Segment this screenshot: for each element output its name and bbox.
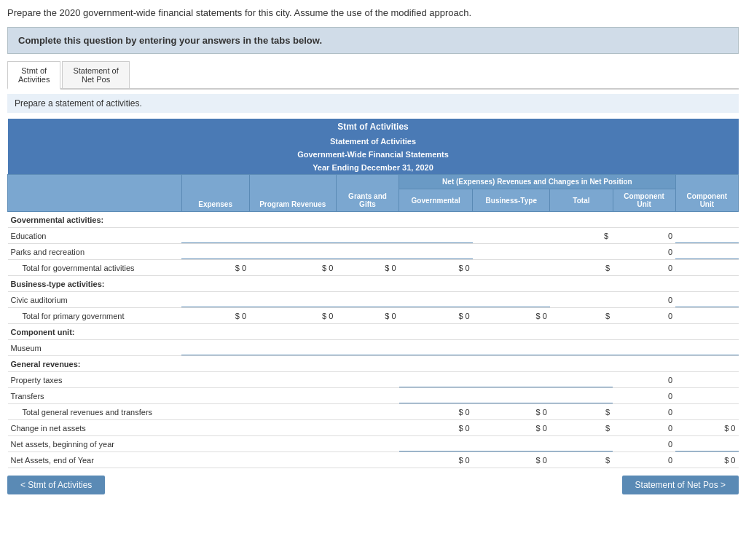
civic-biz-input[interactable] — [473, 293, 550, 307]
cell-empty — [181, 276, 249, 292]
property-taxes-gov-input[interactable] — [399, 373, 473, 387]
cell-empty — [336, 436, 398, 452]
cell-empty — [181, 372, 249, 388]
parks-comp-cell — [675, 244, 738, 260]
civic-comp-cell — [675, 292, 738, 308]
cell-empty — [675, 260, 738, 276]
cell-empty — [473, 276, 550, 292]
parks-comp-input[interactable] — [675, 245, 738, 259]
civic-gov-cell — [399, 292, 473, 308]
education-comp-input[interactable] — [675, 229, 738, 243]
cell-empty — [249, 436, 336, 452]
begin-comp-input[interactable] — [675, 437, 738, 451]
education-total-dollar: $ — [550, 228, 613, 244]
total-gov-program: $ 0 — [249, 260, 336, 276]
total-primary-biz: $ 0 — [473, 308, 550, 324]
col-grants: Grants and Gifts — [336, 175, 398, 212]
civic-program-revenues-input[interactable] — [249, 293, 336, 307]
header-col-span-row: Expenses Program Revenues Grants and Gif… — [8, 175, 739, 189]
row-education: Education $ 0 — [8, 228, 739, 244]
education-grants-input[interactable] — [336, 229, 398, 243]
begin-total-cell — [550, 436, 613, 452]
museum-expenses-cell — [181, 340, 249, 356]
dollar-sign: $ — [536, 456, 541, 465]
transfers-biz-input[interactable] — [473, 389, 550, 403]
property-taxes-total-input[interactable] — [550, 373, 613, 387]
dollar-sign: $ — [458, 424, 463, 433]
begin-biz-input[interactable] — [473, 437, 550, 451]
row-change-net-assets: Change in net assets $ 0 $ 0 $ 0 $ 0 — [8, 420, 739, 436]
cell-empty — [399, 212, 473, 228]
civic-gov-input[interactable] — [399, 293, 473, 307]
property-taxes-biz-input[interactable] — [473, 373, 550, 387]
label-parks: Parks and recreation — [8, 244, 182, 260]
total-gov-total-dollar: $ — [550, 260, 613, 276]
total-general-biz: $ 0 — [473, 404, 550, 420]
parks-grants-input[interactable] — [336, 245, 398, 259]
civic-expenses-input[interactable] — [181, 293, 249, 307]
transfers-total-input[interactable] — [550, 389, 613, 403]
museum-total2-cell — [613, 340, 675, 356]
total-gov-gov: $ 0 — [399, 260, 473, 276]
total-primary-program: $ 0 — [249, 308, 336, 324]
header-row-4: Year Ending December 31, 2020 — [8, 161, 739, 175]
dollar-sign: $ — [458, 264, 463, 272]
parks-expenses-input[interactable] — [181, 245, 249, 259]
begin-biz-cell — [473, 436, 550, 452]
civic-comp-input[interactable] — [675, 293, 738, 307]
cell-empty — [675, 276, 738, 292]
prev-button[interactable]: < Stmt of Activities — [7, 476, 105, 494]
total-primary-total-dollar: $ — [550, 308, 613, 324]
label-business-type: Business-type activities: — [8, 276, 182, 292]
cell-empty — [550, 292, 613, 308]
dollar-sign: $ — [458, 408, 463, 417]
end-comp: $ 0 — [675, 452, 738, 468]
cell-empty — [675, 212, 738, 228]
education-program-revenues-input[interactable] — [249, 229, 336, 243]
col-net-expenses-header: Net (Expenses) Revenues and Changes in N… — [399, 175, 676, 189]
museum-grants-input[interactable] — [336, 341, 398, 355]
parks-gov-cell — [399, 244, 473, 260]
museum-expenses-input[interactable] — [181, 341, 249, 355]
cell-empty — [550, 212, 613, 228]
cell-empty — [613, 212, 675, 228]
col-total: Total — [550, 189, 613, 212]
row-total-primary: Total for primary government $ 0 $ 0 $ 0… — [8, 308, 739, 324]
property-taxes-gov-cell — [399, 372, 473, 388]
transfers-gov-input[interactable] — [399, 389, 473, 403]
museum-total2-input[interactable] — [613, 341, 675, 355]
cell-empty — [550, 276, 613, 292]
education-gov-input[interactable] — [399, 229, 473, 243]
begin-gov-input[interactable] — [399, 437, 473, 451]
col-empty — [8, 175, 182, 212]
dollar-sign: $ — [536, 312, 541, 320]
dollar-sign: $ — [724, 424, 729, 433]
dollar-sign: $ — [458, 456, 463, 465]
sub-instruction: Prepare a statement of activities. — [7, 94, 739, 113]
dollar-sign: $ — [605, 312, 610, 320]
parks-gov-input[interactable] — [399, 245, 473, 259]
change-total-val: 0 — [613, 420, 675, 436]
change-total-dollar: $ — [550, 420, 613, 436]
label-change-net-assets: Change in net assets — [8, 420, 182, 436]
next-button[interactable]: Statement of Net Pos > — [622, 476, 739, 494]
education-expenses-input[interactable] — [181, 229, 249, 243]
museum-program-revenues-input[interactable] — [249, 341, 336, 355]
total-primary-grants: $ 0 — [336, 308, 398, 324]
cell-empty — [181, 404, 249, 420]
museum-total-input[interactable] — [550, 341, 613, 355]
cell-empty — [473, 228, 550, 244]
tab-stmt-activities[interactable]: Stmt of Activities — [7, 61, 60, 90]
cell-empty — [181, 388, 249, 404]
parks-program-revenues-input[interactable] — [249, 245, 336, 259]
begin-total-input[interactable] — [550, 437, 613, 451]
label-education: Education — [8, 228, 182, 244]
change-comp: $ 0 — [675, 420, 738, 436]
civic-grants-input[interactable] — [336, 293, 398, 307]
transfers-total-cell — [550, 388, 613, 404]
museum-gov-input[interactable] — [399, 341, 473, 355]
dollar-sign: $ — [385, 264, 389, 272]
tab-net-pos[interactable]: Statement of Net Pos — [62, 61, 129, 88]
museum-biz-input[interactable] — [473, 341, 550, 355]
museum-comp-input[interactable] — [675, 341, 738, 355]
